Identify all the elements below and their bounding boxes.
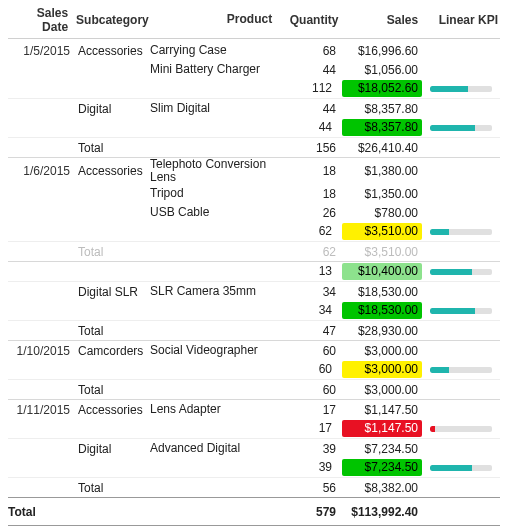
qty-cell: 68 — [278, 44, 342, 58]
table-row[interactable]: Tripod18$1,350.00 — [8, 184, 500, 203]
table-row[interactable]: DigitalSlim Digital44$8,357.80 — [8, 98, 500, 118]
qty-cell: 34 — [278, 302, 342, 319]
status-badge: $1,147.50 — [342, 420, 422, 437]
qty-cell: 60 — [278, 344, 342, 358]
sales-cell: $28,930.00 — [342, 324, 424, 338]
product-cell: Lens Adapter — [150, 403, 278, 416]
product-cell: USB Cable — [150, 206, 278, 219]
subtotal-row[interactable]: 17$1,147.50 — [8, 419, 500, 438]
status-badge: $18,052.60 — [342, 80, 422, 97]
table-row[interactable]: 1/11/2015AccessoriesLens Adapter17$1,147… — [8, 399, 500, 419]
status-badge: $7,234.50 — [342, 459, 422, 476]
qty-cell: 60 — [278, 383, 342, 397]
total-label: Total — [76, 245, 150, 259]
linear-kpi-bar — [430, 229, 492, 235]
table-row[interactable]: Mini Battery Charger44$1,056.00 — [8, 60, 500, 79]
total-label: Total — [76, 324, 150, 338]
date-total-row[interactable]: Total60$3,000.00 — [8, 379, 500, 399]
total-label: Total — [76, 141, 150, 155]
col-header-qty[interactable]: Quantity — [282, 13, 344, 27]
linear-kpi-bar — [430, 86, 492, 92]
sales-cell: $3,510.00 — [342, 223, 424, 240]
report-table: { "colors": { "green": "#00C400", "light… — [0, 0, 508, 526]
sales-cell: $7,234.50 — [342, 459, 424, 476]
qty-cell: 62 — [278, 223, 342, 240]
grand-total-row: Total 579 $113,992.40 — [8, 497, 500, 526]
table-row[interactable]: 1/10/2015CamcordersSocial Videographer60… — [8, 340, 500, 360]
kpi-cell — [424, 465, 500, 471]
table-row[interactable]: 1/5/2015AccessoriesCarrying Case68$16,99… — [8, 41, 500, 60]
subtotal-row[interactable]: 44$8,357.80 — [8, 118, 500, 137]
date-cell: 1/6/2015 — [8, 164, 76, 178]
table-row[interactable]: DigitalAdvanced Digital39$7,234.50 — [8, 438, 500, 458]
sales-cell: $1,350.00 — [342, 187, 424, 201]
table-row[interactable]: Digital SLRSLR Camera 35mm34$18,530.00 — [8, 281, 500, 301]
qty-cell: 47 — [278, 324, 342, 338]
subcategory-cell: Digital — [76, 102, 150, 116]
subcategory-cell: Accessories — [76, 164, 150, 178]
sales-cell: $1,147.50 — [342, 403, 424, 417]
kpi-cell — [424, 229, 500, 235]
linear-kpi-bar — [430, 125, 492, 131]
col-header-sales[interactable]: Sales — [344, 13, 424, 27]
qty-cell: 112 — [278, 80, 342, 97]
header-row: Sales Date Subcategory Product Quantity … — [8, 6, 500, 39]
product-cell: Tripod — [150, 187, 278, 200]
sales-cell: $16,996.60 — [342, 44, 424, 58]
qty-cell: 44 — [278, 119, 342, 136]
qty-cell: 39 — [278, 459, 342, 476]
col-header-subcat[interactable]: Subcategory — [74, 13, 148, 27]
sales-cell: $8,382.00 — [342, 481, 424, 495]
subcategory-cell: Camcorders — [76, 344, 150, 358]
qty-cell: 18 — [278, 187, 342, 201]
status-badge: $8,357.80 — [342, 119, 422, 136]
date-total-row[interactable]: Total56$8,382.00 — [8, 477, 500, 497]
grand-total-sales: $113,992.40 — [342, 505, 424, 519]
subtotal-row[interactable]: 112$18,052.60 — [8, 79, 500, 98]
linear-kpi-bar — [430, 367, 492, 373]
sales-cell: $7,234.50 — [342, 442, 424, 456]
subtotal-row[interactable]: 62$3,510.00 — [8, 222, 500, 241]
product-cell: Slim Digital — [150, 102, 278, 115]
status-badge: $3,510.00 — [342, 223, 422, 240]
col-header-product[interactable]: Product — [148, 13, 282, 26]
total-label: Total — [76, 383, 150, 397]
subtotal-row[interactable]: 34$18,530.00 — [8, 301, 500, 320]
status-badge: $10,400.00 — [342, 263, 422, 280]
linear-kpi-bar — [430, 308, 492, 314]
sales-cell: $1,147.50 — [342, 420, 424, 437]
status-badge: $18,530.00 — [342, 302, 422, 319]
subtotal-row[interactable]: 60$3,000.00 — [8, 360, 500, 379]
qty-cell: 60 — [278, 361, 342, 378]
product-cell: SLR Camera 35mm — [150, 285, 278, 298]
subtotal-row[interactable]: 13$10,400.00 — [8, 261, 500, 281]
qty-cell: 56 — [278, 481, 342, 495]
table-body: 1/5/2015AccessoriesCarrying Case68$16,99… — [8, 41, 500, 497]
total-label: Total — [76, 481, 150, 495]
col-header-date[interactable]: Sales Date — [8, 6, 74, 34]
sales-cell: $780.00 — [342, 206, 424, 220]
grand-total-label: Total — [8, 505, 76, 519]
subtotal-row[interactable]: 39$7,234.50 — [8, 458, 500, 477]
kpi-cell — [424, 125, 500, 131]
sales-cell: $3,000.00 — [342, 361, 424, 378]
date-total-row[interactable]: Total62$3,510.00 — [8, 241, 500, 261]
sales-cell: $1,056.00 — [342, 63, 424, 77]
product-cell: Carrying Case — [150, 44, 278, 57]
kpi-cell — [424, 426, 500, 432]
sales-cell: $1,380.00 — [342, 164, 424, 178]
sales-cell: $3,000.00 — [342, 344, 424, 358]
subcategory-cell: Accessories — [76, 44, 150, 58]
date-total-row[interactable]: Total47$28,930.00 — [8, 320, 500, 340]
table-row[interactable]: USB Cable26$780.00 — [8, 203, 500, 222]
product-cell: Mini Battery Charger — [150, 63, 278, 76]
status-badge: $3,000.00 — [342, 361, 422, 378]
date-total-row[interactable]: Total156$26,410.40 — [8, 137, 500, 157]
col-header-kpi[interactable]: Linear KPI — [424, 13, 500, 27]
table-row[interactable]: 1/6/2015AccessoriesTelephoto Conversion … — [8, 157, 500, 184]
kpi-cell — [424, 86, 500, 92]
grand-total-qty: 579 — [278, 505, 342, 519]
subcategory-cell: Digital SLR — [76, 285, 150, 299]
sales-cell: $18,052.60 — [342, 80, 424, 97]
qty-cell: 44 — [278, 102, 342, 116]
